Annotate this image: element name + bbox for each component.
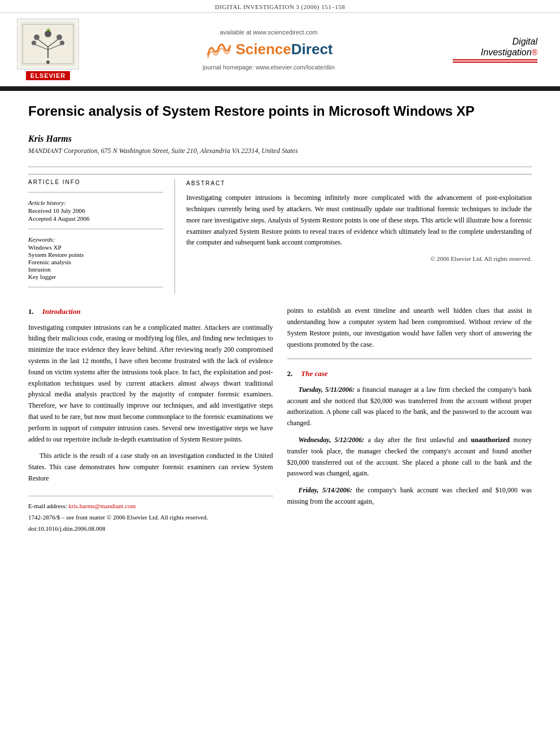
svg-point-10 (60, 41, 64, 45)
footnote-email-line: E-mail address: kris.harms@mandiant.com (28, 501, 273, 511)
body-left-column: 1. Introduction Investigating computer i… (28, 305, 273, 535)
info-divider-3 (28, 287, 163, 287)
sciencedirect-wave-icon (205, 38, 233, 61)
journal-citation: DIGITAL INVESTIGATION 3 (2006) 151–158 (215, 3, 345, 10)
journal-homepage-text: journal homepage: www.elsevier.com/locat… (85, 64, 453, 71)
sciencedirect-text: ScienceDirect (236, 41, 333, 58)
elsevier-tree-svg: 🌳 (20, 21, 76, 67)
history-label: Article history: (28, 199, 163, 206)
keyword-2: System Restore points (28, 251, 163, 258)
section2-title: 2. The case (287, 368, 532, 379)
copyright-text: © 2006 Elsevier Ltd. All rights reserved… (186, 254, 532, 264)
svg-rect-0 (20, 21, 76, 67)
article-info-column: ARTICLE INFO Article history: Received 1… (28, 179, 175, 294)
author-name: Kris Harms (28, 134, 532, 144)
footnote-section: E-mail address: kris.harms@mandiant.com … (28, 496, 273, 534)
section1-name: Introduction (42, 305, 81, 317)
header-logos: 🌳 ELSEVIER available at www.sciencedirec… (0, 12, 560, 86)
article-meta-grid: ARTICLE INFO Article history: Received 1… (28, 174, 532, 294)
footnote-issn: 1742-2876/$ – see front matter © 2006 El… (28, 512, 273, 522)
section2-paragraph-3: Friday, 5/14/2006: the company's bank ac… (287, 485, 532, 508)
divider-1 (28, 167, 532, 167)
abstract-header: ABSTRACT (186, 179, 532, 188)
svg-text:🌳: 🌳 (46, 28, 51, 33)
accepted-date: Accepted 4 August 2006 (28, 215, 163, 222)
footnote-doi: doi:10.1016/j.diin.2006.08.008 (28, 523, 273, 534)
keywords-section: Keywords: Windows XP System Restore poin… (28, 236, 163, 280)
body-columns: 1. Introduction Investigating computer i… (28, 305, 532, 535)
main-content: Forensic analysis of System Restore poin… (0, 91, 560, 552)
black-divider-bar (0, 86, 560, 91)
svg-point-9 (32, 41, 36, 45)
digital-investigation-logo: Digital Investigation® (453, 36, 537, 63)
available-text: available at www.sciencedirect.com (85, 29, 453, 36)
keyword-4: Intrusion (28, 266, 163, 273)
section2-name: The case (301, 368, 327, 379)
keyword-3: Forensic analysis (28, 259, 163, 265)
section1-paragraph-2: This article is the result of a case stu… (28, 451, 273, 484)
info-divider-2 (28, 229, 163, 229)
body-right-column: points to establish an event timeline an… (287, 305, 532, 535)
email-label: E-mail address: (28, 503, 67, 509)
svg-point-7 (34, 34, 40, 40)
received-date: Received 10 July 2006 (28, 207, 163, 214)
journal-header: DIGITAL INVESTIGATION 3 (2006) 151–158 (0, 0, 560, 12)
author-affiliation: MANDIANT Corporation, 675 N Washington S… (28, 147, 532, 155)
section1-number: 1. (28, 305, 34, 317)
section1-title: 1. Introduction (28, 305, 273, 317)
svg-point-12 (46, 60, 50, 64)
email-link[interactable]: kris.harms@mandiant.com (68, 503, 135, 509)
svg-point-8 (56, 34, 62, 40)
article-info-header: ARTICLE INFO (28, 179, 163, 185)
di-logo-text: Digital Investigation® (453, 36, 537, 58)
section-divider (287, 359, 532, 359)
article-title: Forensic analysis of System Restore poin… (28, 102, 532, 123)
keyword-1: Windows XP (28, 244, 163, 251)
sciencedirect-logo: available at www.sciencedirect.com Scien… (85, 29, 453, 71)
abstract-text: Investigating computer intrusions is bec… (186, 193, 532, 248)
elsevier-text: ELSEVIER (26, 71, 70, 80)
section1-paragraph-1: Investigating computer intrusions can be… (28, 322, 273, 445)
elsevier-tree-image: 🌳 (17, 19, 79, 69)
section2-number: 2. (287, 368, 293, 379)
info-divider (28, 192, 163, 193)
section2-paragraph-2: Wednesday, 5/12/2006: a day after the fi… (287, 435, 532, 479)
keyword-5: Key logger (28, 273, 163, 280)
keywords-label: Keywords: (28, 236, 163, 243)
abstract-column: ABSTRACT Investigating computer intrusio… (175, 179, 532, 294)
sciencedirect-brand: ScienceDirect (85, 38, 453, 61)
section1-continuation: points to establish an event timeline an… (287, 305, 532, 350)
elsevier-logo: 🌳 ELSEVIER (11, 19, 85, 80)
section2-paragraph-1: Tuesday, 5/11/2006: a financial manager … (287, 385, 532, 429)
